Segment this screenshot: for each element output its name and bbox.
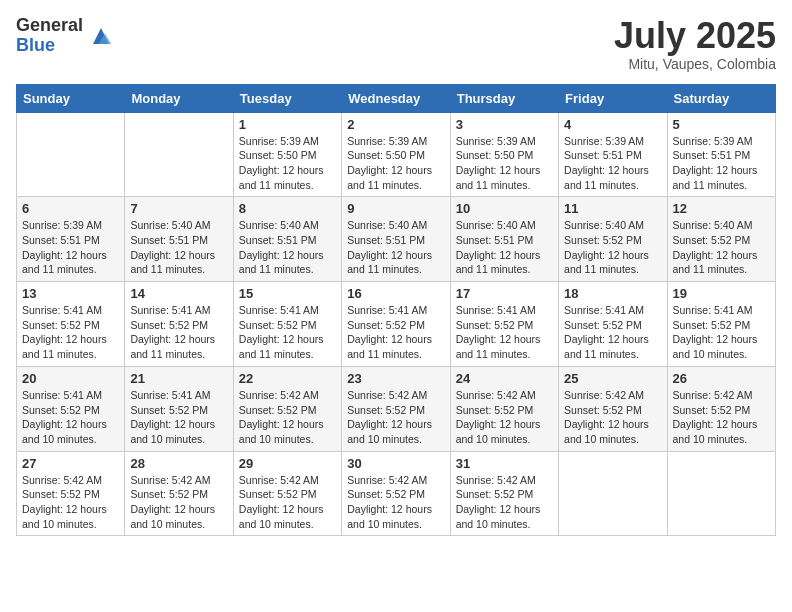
calendar-cell: 22Sunrise: 5:42 AM Sunset: 5:52 PM Dayli… <box>233 366 341 451</box>
day-info: Sunrise: 5:41 AM Sunset: 5:52 PM Dayligh… <box>347 303 444 362</box>
day-number: 12 <box>673 201 770 216</box>
day-number: 14 <box>130 286 227 301</box>
day-number: 28 <box>130 456 227 471</box>
calendar-cell: 20Sunrise: 5:41 AM Sunset: 5:52 PM Dayli… <box>17 366 125 451</box>
calendar-cell: 10Sunrise: 5:40 AM Sunset: 5:51 PM Dayli… <box>450 197 558 282</box>
header-saturday: Saturday <box>667 84 775 112</box>
day-number: 23 <box>347 371 444 386</box>
logo-icon <box>89 24 113 48</box>
calendar-cell: 17Sunrise: 5:41 AM Sunset: 5:52 PM Dayli… <box>450 282 558 367</box>
calendar-cell: 31Sunrise: 5:42 AM Sunset: 5:52 PM Dayli… <box>450 451 558 536</box>
day-info: Sunrise: 5:42 AM Sunset: 5:52 PM Dayligh… <box>239 388 336 447</box>
calendar-cell: 9Sunrise: 5:40 AM Sunset: 5:51 PM Daylig… <box>342 197 450 282</box>
calendar-cell <box>667 451 775 536</box>
day-info: Sunrise: 5:42 AM Sunset: 5:52 PM Dayligh… <box>456 473 553 532</box>
day-info: Sunrise: 5:41 AM Sunset: 5:52 PM Dayligh… <box>130 303 227 362</box>
header-thursday: Thursday <box>450 84 558 112</box>
day-number: 22 <box>239 371 336 386</box>
calendar-cell <box>17 112 125 197</box>
day-number: 9 <box>347 201 444 216</box>
day-number: 5 <box>673 117 770 132</box>
day-info: Sunrise: 5:40 AM Sunset: 5:51 PM Dayligh… <box>347 218 444 277</box>
location: Mitu, Vaupes, Colombia <box>614 56 776 72</box>
day-number: 26 <box>673 371 770 386</box>
calendar-cell: 4Sunrise: 5:39 AM Sunset: 5:51 PM Daylig… <box>559 112 667 197</box>
calendar-week-row: 6Sunrise: 5:39 AM Sunset: 5:51 PM Daylig… <box>17 197 776 282</box>
logo-blue: Blue <box>16 36 83 56</box>
day-info: Sunrise: 5:40 AM Sunset: 5:51 PM Dayligh… <box>239 218 336 277</box>
calendar-cell: 29Sunrise: 5:42 AM Sunset: 5:52 PM Dayli… <box>233 451 341 536</box>
day-number: 20 <box>22 371 119 386</box>
day-info: Sunrise: 5:39 AM Sunset: 5:51 PM Dayligh… <box>673 134 770 193</box>
title-area: July 2025 Mitu, Vaupes, Colombia <box>614 16 776 72</box>
day-info: Sunrise: 5:42 AM Sunset: 5:52 PM Dayligh… <box>239 473 336 532</box>
day-number: 21 <box>130 371 227 386</box>
day-number: 31 <box>456 456 553 471</box>
day-info: Sunrise: 5:40 AM Sunset: 5:52 PM Dayligh… <box>673 218 770 277</box>
day-info: Sunrise: 5:39 AM Sunset: 5:50 PM Dayligh… <box>347 134 444 193</box>
day-number: 29 <box>239 456 336 471</box>
header-wednesday: Wednesday <box>342 84 450 112</box>
calendar-cell: 24Sunrise: 5:42 AM Sunset: 5:52 PM Dayli… <box>450 366 558 451</box>
day-info: Sunrise: 5:42 AM Sunset: 5:52 PM Dayligh… <box>673 388 770 447</box>
calendar-cell: 23Sunrise: 5:42 AM Sunset: 5:52 PM Dayli… <box>342 366 450 451</box>
month-title: July 2025 <box>614 16 776 56</box>
calendar-week-row: 13Sunrise: 5:41 AM Sunset: 5:52 PM Dayli… <box>17 282 776 367</box>
calendar-cell: 2Sunrise: 5:39 AM Sunset: 5:50 PM Daylig… <box>342 112 450 197</box>
day-number: 17 <box>456 286 553 301</box>
day-number: 3 <box>456 117 553 132</box>
day-number: 27 <box>22 456 119 471</box>
calendar-cell: 8Sunrise: 5:40 AM Sunset: 5:51 PM Daylig… <box>233 197 341 282</box>
calendar-cell: 28Sunrise: 5:42 AM Sunset: 5:52 PM Dayli… <box>125 451 233 536</box>
calendar-cell: 12Sunrise: 5:40 AM Sunset: 5:52 PM Dayli… <box>667 197 775 282</box>
header-sunday: Sunday <box>17 84 125 112</box>
calendar-cell: 19Sunrise: 5:41 AM Sunset: 5:52 PM Dayli… <box>667 282 775 367</box>
calendar-cell: 18Sunrise: 5:41 AM Sunset: 5:52 PM Dayli… <box>559 282 667 367</box>
calendar-cell: 26Sunrise: 5:42 AM Sunset: 5:52 PM Dayli… <box>667 366 775 451</box>
day-number: 7 <box>130 201 227 216</box>
day-number: 4 <box>564 117 661 132</box>
day-number: 11 <box>564 201 661 216</box>
day-info: Sunrise: 5:41 AM Sunset: 5:52 PM Dayligh… <box>564 303 661 362</box>
calendar-cell <box>125 112 233 197</box>
day-number: 6 <box>22 201 119 216</box>
day-number: 30 <box>347 456 444 471</box>
calendar-week-row: 20Sunrise: 5:41 AM Sunset: 5:52 PM Dayli… <box>17 366 776 451</box>
day-info: Sunrise: 5:42 AM Sunset: 5:52 PM Dayligh… <box>456 388 553 447</box>
calendar-cell: 7Sunrise: 5:40 AM Sunset: 5:51 PM Daylig… <box>125 197 233 282</box>
calendar-cell: 6Sunrise: 5:39 AM Sunset: 5:51 PM Daylig… <box>17 197 125 282</box>
day-info: Sunrise: 5:41 AM Sunset: 5:52 PM Dayligh… <box>239 303 336 362</box>
day-info: Sunrise: 5:41 AM Sunset: 5:52 PM Dayligh… <box>673 303 770 362</box>
header-tuesday: Tuesday <box>233 84 341 112</box>
logo: General Blue <box>16 16 113 56</box>
logo-general: General <box>16 16 83 36</box>
page-header: General Blue July 2025 Mitu, Vaupes, Col… <box>16 16 776 72</box>
day-number: 16 <box>347 286 444 301</box>
day-info: Sunrise: 5:40 AM Sunset: 5:51 PM Dayligh… <box>130 218 227 277</box>
day-info: Sunrise: 5:42 AM Sunset: 5:52 PM Dayligh… <box>22 473 119 532</box>
day-number: 10 <box>456 201 553 216</box>
day-number: 13 <box>22 286 119 301</box>
calendar-header-row: SundayMondayTuesdayWednesdayThursdayFrid… <box>17 84 776 112</box>
day-number: 24 <box>456 371 553 386</box>
calendar-cell: 3Sunrise: 5:39 AM Sunset: 5:50 PM Daylig… <box>450 112 558 197</box>
day-info: Sunrise: 5:42 AM Sunset: 5:52 PM Dayligh… <box>130 473 227 532</box>
day-number: 25 <box>564 371 661 386</box>
calendar-week-row: 1Sunrise: 5:39 AM Sunset: 5:50 PM Daylig… <box>17 112 776 197</box>
day-info: Sunrise: 5:42 AM Sunset: 5:52 PM Dayligh… <box>347 473 444 532</box>
calendar-cell: 14Sunrise: 5:41 AM Sunset: 5:52 PM Dayli… <box>125 282 233 367</box>
calendar-cell: 27Sunrise: 5:42 AM Sunset: 5:52 PM Dayli… <box>17 451 125 536</box>
day-number: 15 <box>239 286 336 301</box>
day-number: 2 <box>347 117 444 132</box>
day-info: Sunrise: 5:41 AM Sunset: 5:52 PM Dayligh… <box>130 388 227 447</box>
calendar-cell <box>559 451 667 536</box>
calendar-table: SundayMondayTuesdayWednesdayThursdayFrid… <box>16 84 776 537</box>
calendar-cell: 21Sunrise: 5:41 AM Sunset: 5:52 PM Dayli… <box>125 366 233 451</box>
header-monday: Monday <box>125 84 233 112</box>
day-info: Sunrise: 5:42 AM Sunset: 5:52 PM Dayligh… <box>347 388 444 447</box>
day-info: Sunrise: 5:39 AM Sunset: 5:51 PM Dayligh… <box>22 218 119 277</box>
day-number: 8 <box>239 201 336 216</box>
calendar-cell: 16Sunrise: 5:41 AM Sunset: 5:52 PM Dayli… <box>342 282 450 367</box>
day-info: Sunrise: 5:40 AM Sunset: 5:52 PM Dayligh… <box>564 218 661 277</box>
calendar-cell: 25Sunrise: 5:42 AM Sunset: 5:52 PM Dayli… <box>559 366 667 451</box>
